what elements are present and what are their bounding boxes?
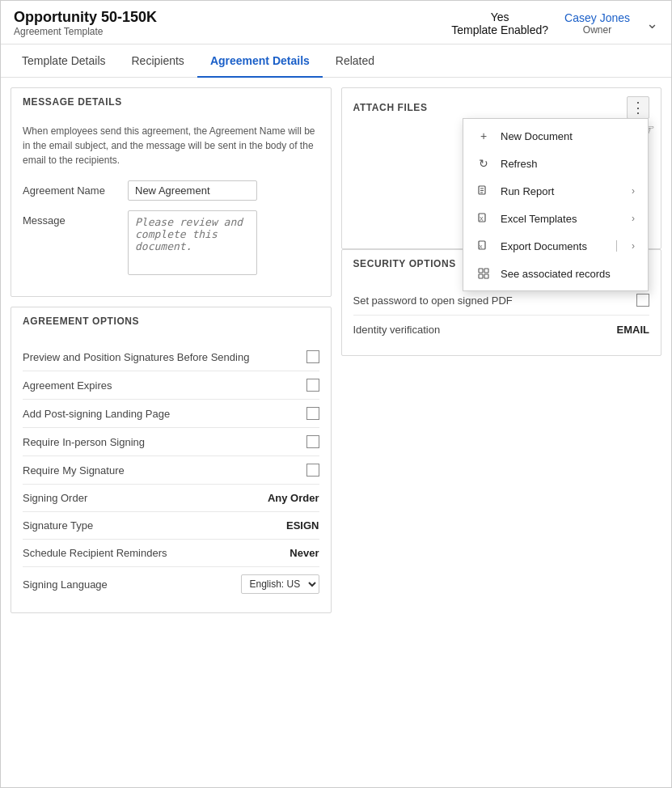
export-chevron-icon: › [632,240,635,252]
option-in-person-checkbox[interactable] [306,435,319,448]
option-reminders-value: Never [290,547,319,559]
excel-icon: X [476,211,491,226]
owner-block: Casey Jones Owner [564,11,630,36]
agreement-options-panel: AGREEMENT OPTIONS Preview and Position S… [11,307,332,613]
svg-rect-11 [484,274,488,278]
option-in-person-label: Require In-person Signing [23,436,306,448]
option-my-signature-checkbox[interactable] [306,464,319,477]
dropdown-refresh-label: Refresh [501,158,635,170]
message-label: Message [23,210,120,227]
option-preview-position-checkbox[interactable] [306,350,319,363]
option-in-person: Require In-person Signing [23,428,319,456]
tab-template-details[interactable]: Template Details [9,44,119,77]
option-reminders-label: Schedule Recipient Reminders [23,547,290,559]
security-identity-value: EMAIL [617,324,649,336]
more-actions-button[interactable]: ⋮ + New Document ↻ Refresh [627,96,649,119]
option-agreement-expires-checkbox[interactable] [306,379,319,392]
dropdown-item-run-report[interactable]: Run Report › [463,177,648,205]
dropdown-item-export-documents[interactable]: X Export Documents › [463,232,648,260]
dropdown-export-label: Export Documents [501,240,606,252]
dropdown-menu: + New Document ↻ Refresh Run Report [463,118,649,291]
message-details-panel: MESSAGE DETAILS When employees send this… [11,87,332,297]
option-signing-language: Signing Language English: US [23,567,319,601]
owner-name-link[interactable]: Casey Jones [564,11,630,24]
excel-chevron-icon: › [632,213,635,224]
agreement-options-body: Preview and Position Signatures Before S… [11,335,331,612]
message-details-body: When employees send this agreement, the … [11,116,331,296]
message-description-text: When employees send this agreement, the … [23,124,319,167]
option-reminders: Schedule Recipient Reminders Never [23,540,319,567]
svg-text:X: X [480,216,484,222]
option-preview-position-label: Preview and Position Signatures Before S… [23,351,306,363]
option-post-signing-checkbox[interactable] [306,407,319,420]
attach-files-header: ATTACH FILES ⋮ + New Document ↻ Refresh [342,88,661,127]
dropdown-new-document-label: New Document [501,130,635,142]
dropdown-excel-label: Excel Templates [501,213,622,225]
security-identity-label: Identity verification [353,324,609,336]
app-header: Opportunity 50-150K Agreement Template Y… [1,1,671,44]
template-enabled-label: Template Enabled? [451,23,548,36]
security-password-label: Set password to open signed PDF [353,294,629,307]
option-signature-type-value: ESIGN [286,519,319,532]
option-signing-order: Signing Order Any Order [23,485,319,512]
agreement-name-input[interactable] [128,180,257,201]
page-subtitle: Agreement Template [14,26,157,37]
tab-bar: Template Details Recipients Agreement De… [1,44,671,78]
report-icon [476,184,491,198]
option-agreement-expires: Agreement Expires [23,371,319,400]
dropdown-item-excel-templates[interactable]: X Excel Templates › [463,205,648,232]
dropdown-item-see-associated[interactable]: See associated records [463,260,648,287]
agreement-options-title: AGREEMENT OPTIONS [11,307,331,335]
plus-icon: + [476,129,491,143]
header-title-block: Opportunity 50-150K Agreement Template [14,9,157,37]
right-column: ATTACH FILES ⋮ + New Document ↻ Refresh [341,87,662,623]
option-my-signature-label: Require My Signature [23,464,306,477]
message-details-title: MESSAGE DETAILS [11,88,331,116]
svg-text:X: X [480,244,483,249]
export-icon: X [476,239,491,253]
option-agreement-expires-label: Agreement Expires [23,379,306,392]
header-chevron-icon[interactable]: ⌄ [646,15,658,32]
tab-related[interactable]: Related [323,44,387,77]
export-divider [616,240,617,252]
option-preview-position: Preview and Position Signatures Before S… [23,343,319,371]
records-icon [476,266,491,281]
option-post-signing: Add Post-signing Landing Page [23,400,319,428]
security-password-checkbox[interactable] [636,294,649,307]
option-my-signature: Require My Signature [23,456,319,485]
svg-rect-9 [484,269,488,273]
option-signing-language-label: Signing Language [23,578,241,591]
left-column: MESSAGE DETAILS When employees send this… [11,87,332,623]
message-textarea[interactable] [128,210,257,275]
run-report-chevron-icon: › [632,185,635,197]
header-right-block: Yes Template Enabled? Casey Jones Owner … [451,11,658,36]
agreement-name-row: Agreement Name [23,180,319,201]
agreement-name-label: Agreement Name [23,180,120,197]
owner-label: Owner [583,24,611,36]
main-content: MESSAGE DETAILS When employees send this… [1,78,671,633]
refresh-icon: ↻ [476,156,491,171]
dropdown-run-report-label: Run Report [501,185,622,197]
security-identity-row: Identity verification EMAIL [353,316,650,344]
tab-agreement-details[interactable]: Agreement Details [197,44,323,77]
svg-rect-8 [479,269,483,273]
template-enabled-block: Yes Template Enabled? [451,11,548,36]
tab-recipients[interactable]: Recipients [119,44,197,77]
template-enabled-value: Yes [451,11,548,23]
option-signing-order-label: Signing Order [23,492,268,504]
message-row: Message [23,210,319,275]
option-signature-type-label: Signature Type [23,519,286,532]
dropdown-item-refresh[interactable]: ↻ Refresh [463,150,648,177]
option-signing-order-value: Any Order [268,492,319,504]
page-title: Opportunity 50-150K [14,9,157,26]
dropdown-item-new-document[interactable]: + New Document [463,122,648,150]
svg-rect-10 [479,274,483,278]
dropdown-see-associated-label: See associated records [501,268,635,280]
option-signing-language-select[interactable]: English: US [241,574,319,594]
more-actions-icon: ⋮ [631,99,645,117]
option-signature-type: Signature Type ESIGN [23,512,319,540]
option-post-signing-label: Add Post-signing Landing Page [23,408,306,420]
attach-files-panel: ATTACH FILES ⋮ + New Document ↻ Refresh [341,87,662,249]
attach-files-title: ATTACH FILES [353,102,428,113]
